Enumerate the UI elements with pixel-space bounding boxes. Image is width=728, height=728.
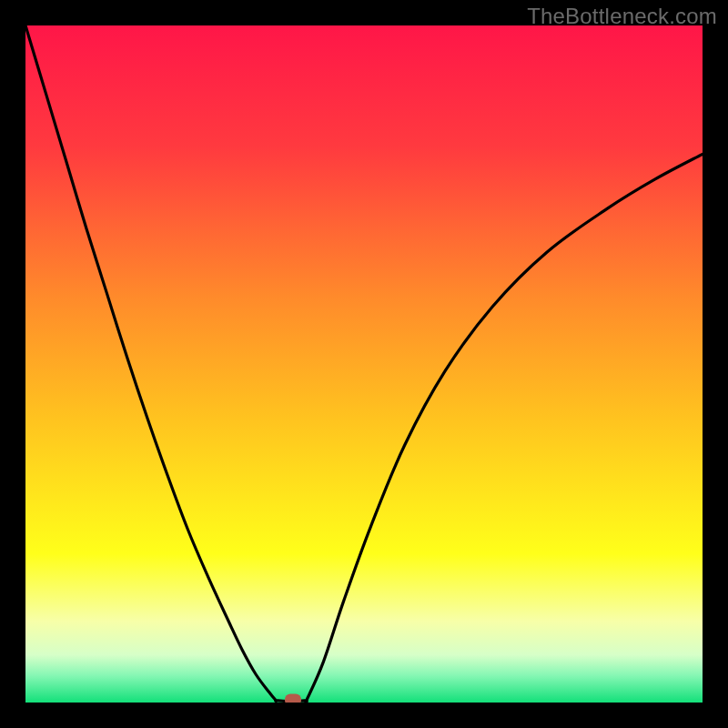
chart-frame: TheBottleneck.com <box>0 0 728 728</box>
optimal-point-marker <box>285 694 301 703</box>
bottleneck-curve <box>25 25 703 703</box>
watermark-text: TheBottleneck.com <box>527 4 717 29</box>
plot-area <box>25 25 703 703</box>
